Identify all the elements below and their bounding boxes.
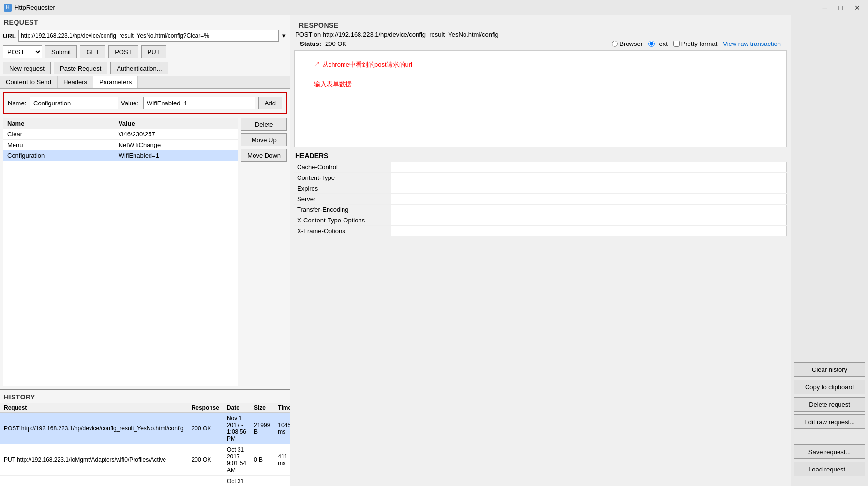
header-row: X-Frame-Options	[294, 226, 787, 236]
param-table-row[interactable]: Clear\346\230\257	[3, 129, 238, 140]
response-body-inner: ↗ 从chrome中看到的post请求的url 输入表单数据	[295, 51, 786, 147]
hist-col-request: Request	[0, 403, 188, 413]
header-name: X-Content-Type-Options	[294, 215, 391, 226]
param-input-row: Name: Value: Add	[3, 92, 287, 114]
url-dropdown-arrow[interactable]: ▼	[281, 32, 287, 40]
hist-col-size: Size	[250, 403, 274, 413]
hist-cell-request: PUT http://192.168.223.1/IoMgmt/Adapters…	[0, 444, 188, 476]
param-table: Name Value Clear\346\230\257MenuNetWifiC…	[3, 118, 238, 161]
history-table-header: Request Response Date Size Time ⊞	[0, 403, 290, 413]
sidebar-spacer	[794, 19, 865, 359]
submit-button[interactable]: Submit	[45, 45, 77, 58]
pretty-format-checkbox[interactable]	[673, 41, 680, 47]
hist-cell-request: PUT http://192.168.223.1/IoMgmt/Adapters…	[0, 476, 188, 486]
header-value	[391, 226, 787, 236]
header-name: X-Frame-Options	[294, 226, 391, 236]
header-name: Transfer-Encoding	[294, 205, 391, 215]
right-panel: Response POST on http://192.168.223.1/hp…	[290, 15, 791, 486]
move-down-button[interactable]: Move Down	[241, 149, 287, 162]
url-row: URL ▼	[0, 28, 290, 44]
hist-cell-date: Oct 31 2017 - 8:58:15 AM	[223, 476, 250, 486]
delete-request-button[interactable]: Delete request	[794, 397, 865, 412]
col-value: Value	[115, 118, 238, 129]
radio-text[interactable]: Text	[648, 40, 668, 47]
header-value	[391, 205, 787, 215]
paste-request-button[interactable]: Paste Request	[54, 62, 107, 74]
edit-raw-request-button[interactable]: Edit raw request...	[794, 414, 865, 429]
post-button[interactable]: POST	[108, 45, 138, 58]
hist-cell-time: 411 ms	[274, 444, 290, 476]
param-name-cell: Clear	[3, 129, 115, 140]
param-name-cell: Menu	[3, 140, 115, 150]
param-table-row: Name Value Clear\346\230\257MenuNetWifiC…	[3, 118, 287, 386]
title-bar-controls: ─ □ ✕	[819, 3, 864, 13]
header-name: Server	[294, 194, 391, 205]
param-table-row[interactable]: MenuNetWifiChange	[3, 140, 238, 150]
header-row: Server	[294, 194, 787, 205]
hist-cell-size: 0 B	[250, 444, 274, 476]
method-select[interactable]: POST GET PUT DELETE HEAD	[3, 45, 42, 58]
header-row: Transfer-Encoding	[294, 205, 787, 215]
col-name: Name	[3, 118, 115, 129]
request-section: Request URL ▼ POST GET PUT DELETE HEAD S…	[0, 15, 290, 89]
hist-cell-request: POST http://192.168.223.1/hp/device/conf…	[0, 413, 188, 444]
view-raw-link[interactable]: View raw transaction	[723, 40, 781, 47]
hist-cell-date: Oct 31 2017 - 9:01:54 AM	[223, 444, 250, 476]
param-value-cell: NetWifiChange	[115, 140, 238, 150]
history-table-row[interactable]: PUT http://192.168.223.1/IoMgmt/Adapters…	[0, 476, 290, 486]
left-panel: Request URL ▼ POST GET PUT DELETE HEAD S…	[0, 15, 290, 486]
spacer-mid	[794, 432, 865, 442]
history-table-row[interactable]: PUT http://192.168.223.1/IoMgmt/Adapters…	[0, 444, 290, 476]
history-table: Request Response Date Size Time ⊞ POST h…	[0, 403, 290, 486]
value-label: Value:	[121, 100, 140, 107]
put-button[interactable]: PUT	[141, 45, 166, 58]
right-sidebar: Clear history Copy to clipboard Delete r…	[791, 15, 868, 486]
get-button[interactable]: GET	[80, 45, 105, 58]
add-param-button[interactable]: Add	[258, 97, 282, 109]
method-row: POST GET PUT DELETE HEAD Submit GET POST…	[0, 44, 290, 60]
main-container: Request URL ▼ POST GET PUT DELETE HEAD S…	[0, 15, 868, 486]
param-name-input[interactable]	[30, 97, 118, 109]
param-table-row[interactable]: ConfigurationWifiEnabled=1	[3, 150, 238, 161]
param-value-input[interactable]	[143, 97, 255, 109]
radio-browser[interactable]: Browser	[612, 40, 643, 47]
minimize-button[interactable]: ─	[819, 3, 831, 13]
save-request-button[interactable]: Save request...	[794, 444, 865, 459]
close-button[interactable]: ✕	[851, 3, 864, 13]
delete-param-button[interactable]: Delete	[241, 118, 287, 131]
header-name: Content-Type	[294, 173, 391, 183]
hist-cell-date: Nov 1 2017 - 1:08:56 PM	[223, 413, 250, 444]
radio-browser-input[interactable]	[612, 41, 618, 47]
tab-parameters[interactable]: Parameters	[93, 76, 138, 88]
annotation-arrow-1: ↗ 从chrome中看到的post请求的url	[314, 60, 412, 69]
response-header: Response POST on http://192.168.223.1/hp…	[290, 15, 791, 50]
authentication-button[interactable]: Authentication...	[110, 62, 168, 74]
history-table-row[interactable]: POST http://192.168.223.1/hp/device/conf…	[0, 413, 290, 444]
header-row: Expires	[294, 183, 787, 194]
action-row: New request Paste Request Authentication…	[0, 60, 290, 76]
response-headers-section: Headers Cache-Control Content-Type Expir…	[290, 150, 791, 486]
hist-cell-size: 21999 B	[250, 413, 274, 444]
load-request-button[interactable]: Load request...	[794, 462, 865, 476]
app-icon: H	[4, 4, 12, 12]
header-row: Content-Type	[294, 173, 787, 183]
radio-browser-label: Browser	[619, 40, 643, 47]
checkbox-pretty[interactable]: Pretty format	[673, 40, 717, 47]
radio-text-input[interactable]	[648, 41, 655, 47]
header-row: Cache-Control	[294, 162, 787, 173]
headers-table: Cache-Control Content-Type Expires Serve…	[294, 162, 787, 236]
tab-headers[interactable]: Headers	[58, 76, 93, 88]
annotation-arrow-2: 输入表单数据	[314, 80, 352, 88]
history-section-header: History	[0, 390, 290, 403]
hist-cell-response: 200 OK	[188, 444, 223, 476]
url-label: URL	[3, 32, 16, 40]
tab-content-to-send[interactable]: Content to Send	[0, 76, 58, 88]
copy-to-clipboard-button[interactable]: Copy to clipboard	[794, 380, 865, 394]
new-request-button[interactable]: New request	[3, 62, 51, 74]
move-up-button[interactable]: Move Up	[241, 133, 287, 146]
params-section: Name: Value: Add Name Value	[0, 89, 290, 389]
url-input[interactable]	[18, 30, 279, 42]
clear-history-button[interactable]: Clear history	[794, 362, 865, 377]
history-section: History Request Response Date Size Time …	[0, 389, 290, 486]
maximize-button[interactable]: □	[835, 3, 847, 13]
